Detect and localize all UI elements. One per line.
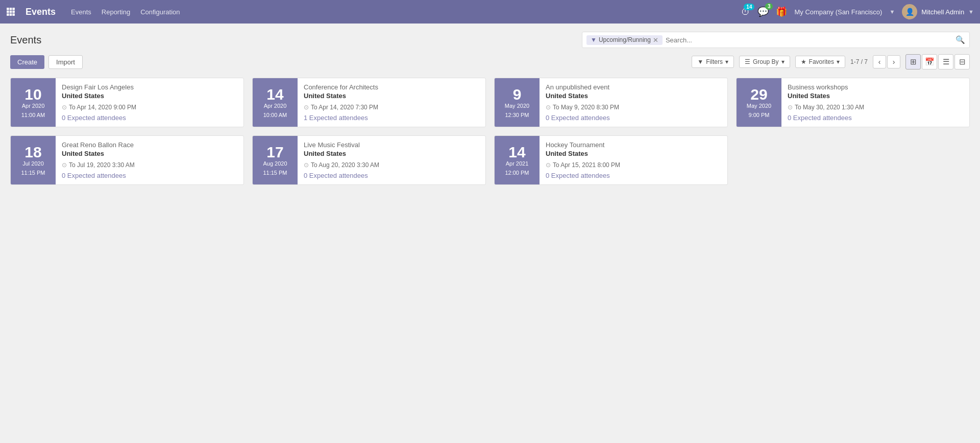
create-button[interactable]: Create <box>10 55 44 69</box>
event-attendees: 0 Expected attendees <box>546 114 721 122</box>
page-title: Events <box>10 34 41 46</box>
toolbar-left: Create Import <box>10 55 83 69</box>
event-name: Great Reno Ballon Race <box>62 141 237 149</box>
event-to-date: To Aug 20, 2020 3:30 AM <box>311 161 379 169</box>
event-location: United States <box>304 150 479 157</box>
nav-reporting[interactable]: Reporting <box>102 8 130 16</box>
event-day: 14 <box>266 87 283 102</box>
search-bar: ▼ Upcoming/Running ✕ 🔍 <box>582 32 970 48</box>
filter-tag-label: Upcoming/Running <box>599 36 651 43</box>
favorites-label: Favorites <box>809 58 834 65</box>
groupby-button[interactable]: ☰ Group By ▾ <box>739 56 790 68</box>
event-day: 18 <box>24 145 41 160</box>
event-date-block: 29 May 2020 9:00 PM <box>737 78 781 127</box>
event-to-date: To Apr 15, 2021 8:00 PM <box>553 161 620 169</box>
event-location: United States <box>788 92 963 100</box>
toolbar-right: ▼ Filters ▾ ☰ Group By ▾ ★ Favorites ▾ 1… <box>692 54 970 69</box>
event-time: 11:00 AM <box>21 112 45 118</box>
apps-menu-button[interactable] <box>6 7 15 16</box>
kanban-grid: 10 Apr 2020 11:00 AM Design Fair Los Ang… <box>10 78 970 185</box>
next-page-button[interactable]: › <box>887 55 900 68</box>
event-time: 12:00 PM <box>505 170 529 176</box>
event-card[interactable]: 10 Apr 2020 11:00 AM Design Fair Los Ang… <box>10 78 244 127</box>
favorites-button[interactable]: ★ Favorites ▾ <box>795 56 845 68</box>
event-attendees: 1 Expected attendees <box>304 114 479 122</box>
event-name: Business workshops <box>788 83 963 91</box>
kanban-view-button[interactable]: ⊞ <box>905 54 921 69</box>
user-menu[interactable]: 👤 Mitchell Admin ▼ <box>902 4 974 19</box>
event-card[interactable]: 14 Apr 2020 10:00 AM Conference for Arch… <box>252 78 486 127</box>
topnav-right: ⏱ 14 💬 3 🎁 My Company (San Francisco) ▼ … <box>741 4 974 19</box>
event-card[interactable]: 14 Apr 2021 12:00 PM Hockey Tournament U… <box>494 135 728 185</box>
groupby-chevron: ▾ <box>781 58 785 65</box>
favorites-chevron: ▾ <box>837 58 840 65</box>
clock-icon: ⊙ <box>62 161 67 169</box>
event-location: United States <box>546 92 721 100</box>
pagination-buttons: ‹ › <box>873 55 900 68</box>
groupby-label: Group By <box>753 58 779 65</box>
import-button[interactable]: Import <box>48 55 83 69</box>
event-attendees: 0 Expected attendees <box>788 114 963 122</box>
event-day: 29 <box>750 87 767 102</box>
event-to-date: To Jul 19, 2020 3:30 AM <box>69 161 135 169</box>
event-date-block: 17 Aug 2020 11:15 PM <box>253 136 298 184</box>
main-content: Events ▼ Upcoming/Running ✕ 🔍 Create Imp… <box>0 24 980 193</box>
event-card[interactable]: 9 May 2020 12:30 PM An unpublished event… <box>494 78 728 127</box>
event-location: United States <box>62 150 237 157</box>
search-icon[interactable]: 🔍 <box>955 35 965 44</box>
event-day: 14 <box>508 145 525 160</box>
event-month-year: Apr 2020 <box>22 102 45 110</box>
svg-rect-0 <box>7 8 9 10</box>
event-card[interactable]: 18 Jul 2020 11:15 PM Great Reno Ballon R… <box>10 135 244 185</box>
filter-tag[interactable]: ▼ Upcoming/Running ✕ <box>586 35 663 45</box>
nav-events[interactable]: Events <box>71 8 91 16</box>
event-card[interactable]: 17 Aug 2020 11:15 PM Live Music Festival… <box>252 135 486 185</box>
event-date-block: 14 Apr 2021 12:00 PM <box>495 136 540 184</box>
pivot-view-button[interactable]: ⊟ <box>954 54 970 69</box>
event-month-year: Jul 2020 <box>22 160 44 168</box>
app-name: Events <box>26 7 56 17</box>
clock-icon: ⊙ <box>62 104 67 111</box>
event-date-block: 14 Apr 2020 10:00 AM <box>253 78 298 127</box>
calendar-view-button[interactable]: 📅 <box>922 54 937 69</box>
event-card[interactable]: 29 May 2020 9:00 PM Business workshops U… <box>736 78 970 127</box>
svg-rect-3 <box>7 11 9 13</box>
event-location: United States <box>62 92 237 100</box>
event-attendees: 0 Expected attendees <box>546 172 721 179</box>
event-info: Hockey Tournament United States ⊙ To Apr… <box>540 136 727 184</box>
event-to-date: To May 9, 2020 8:30 PM <box>553 104 619 111</box>
filter-icon: ▼ <box>697 58 703 65</box>
event-info: Business workshops United States ⊙ To Ma… <box>781 78 969 127</box>
gift-icon-btn[interactable]: 🎁 <box>776 6 787 17</box>
prev-page-button[interactable]: ‹ <box>873 55 886 68</box>
nav-configuration[interactable]: Configuration <box>140 8 180 16</box>
event-month-year: Apr 2021 <box>506 160 529 168</box>
event-name: Conference for Architects <box>304 83 479 91</box>
svg-rect-4 <box>10 11 12 13</box>
chat-badge[interactable]: 💬 3 <box>757 6 769 17</box>
event-info: Great Reno Ballon Race United States ⊙ T… <box>56 136 243 184</box>
clock-badge-count: 14 <box>744 4 754 10</box>
event-name: Design Fair Los Angeles <box>62 83 237 91</box>
company-selector[interactable]: My Company (San Francisco) <box>794 8 882 16</box>
event-location: United States <box>546 150 721 157</box>
toolbar-row: Create Import ▼ Filters ▾ ☰ Group By ▾ ★… <box>10 54 970 69</box>
event-month-year: May 2020 <box>505 102 529 110</box>
event-attendees: 0 Expected attendees <box>304 172 479 179</box>
event-month-year: May 2020 <box>747 102 771 110</box>
event-date-block: 10 Apr 2020 11:00 AM <box>11 78 56 127</box>
chat-badge-count: 3 <box>765 3 773 10</box>
event-to-date: To May 30, 2020 1:30 AM <box>795 104 864 111</box>
filter-tag-close[interactable]: ✕ <box>653 36 658 44</box>
clock-icon: ⊙ <box>546 104 551 111</box>
event-name: Hockey Tournament <box>546 141 721 149</box>
list-view-button[interactable]: ☰ <box>938 54 953 69</box>
search-input[interactable] <box>666 36 955 44</box>
event-time: 11:15 PM <box>263 170 287 176</box>
clock-badge[interactable]: ⏱ 14 <box>741 7 750 17</box>
event-time: 11:15 PM <box>21 170 45 176</box>
filters-button[interactable]: ▼ Filters ▾ <box>692 56 734 68</box>
search-row: ▼ Upcoming/Running ✕ 🔍 <box>582 32 970 48</box>
clock-icon: ⊙ <box>304 104 309 111</box>
event-attendees: 0 Expected attendees <box>62 114 237 122</box>
